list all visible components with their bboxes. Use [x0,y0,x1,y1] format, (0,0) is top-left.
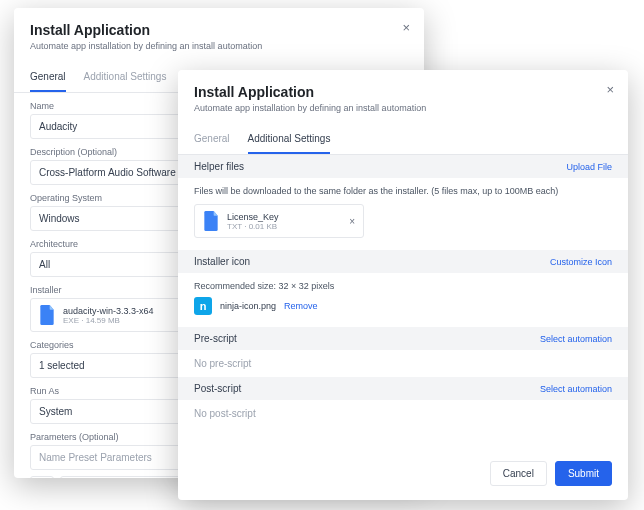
icon-row: n ninja-icon.png Remove [194,297,612,315]
select-automation-post[interactable]: Select automation [540,384,612,394]
cancel-button[interactable]: Cancel [490,461,547,486]
tab-additional-settings[interactable]: Additional Settings [248,125,331,154]
pre-script-empty: No pre-script [178,350,628,377]
helper-file-meta: TXT · 0.01 KB [227,222,279,231]
modal-header: Install Application Automate app install… [14,8,424,59]
remove-file-icon[interactable]: × [349,216,355,227]
modal-header: Install Application Automate app install… [178,70,628,121]
modal-title: Install Application [194,84,612,100]
icon-thumb: n [194,297,212,315]
modal-footer: Cancel Submit [178,450,628,500]
modal-title: Install Application [30,22,408,38]
section-installer-icon: Installer icon Customize Icon [178,250,628,273]
upload-file-link[interactable]: Upload File [566,162,612,172]
file-icon [203,211,219,231]
section-title: Helper files [194,161,244,172]
install-modal-additional: Install Application Automate app install… [178,70,628,500]
tabs: General Additional Settings [178,125,628,155]
param-prefix: = [30,476,54,478]
section-post-script: Post-script Select automation [178,377,628,400]
modal-subtitle: Automate app installation by defining an… [194,103,612,113]
select-automation-pre[interactable]: Select automation [540,334,612,344]
helper-note: Files will be downloaded to the same fol… [194,186,612,196]
section-helper-body: Files will be downloaded to the same fol… [178,178,628,250]
remove-icon-link[interactable]: Remove [284,301,318,311]
installer-file-meta: EXE · 14.59 MB [63,316,154,325]
tab-general[interactable]: General [194,125,230,154]
section-title: Installer icon [194,256,250,267]
tab-general[interactable]: General [30,63,66,92]
section-pre-script: Pre-script Select automation [178,327,628,350]
modal-subtitle: Automate app installation by defining an… [30,41,408,51]
close-icon[interactable]: × [402,20,410,35]
installer-file-chip: audacity-win-3.3.3-x64 EXE · 14.59 MB × [30,298,200,332]
section-title: Pre-script [194,333,237,344]
close-icon[interactable]: × [606,82,614,97]
submit-button[interactable]: Submit [555,461,612,486]
installer-file-name: audacity-win-3.3.3-x64 [63,306,154,316]
file-icon [39,305,55,325]
helper-file-name: License_Key [227,212,279,222]
helper-file-chip: License_Key TXT · 0.01 KB × [194,204,364,238]
section-icon-body: Recommended size: 32 × 32 pixels n ninja… [178,273,628,327]
post-script-empty: No post-script [178,400,628,427]
icon-rec-note: Recommended size: 32 × 32 pixels [194,281,612,291]
section-helper-files: Helper files Upload File [178,155,628,178]
tab-additional-settings[interactable]: Additional Settings [84,63,167,92]
customize-icon-link[interactable]: Customize Icon [550,257,612,267]
section-title: Post-script [194,383,241,394]
icon-filename: ninja-icon.png [220,301,276,311]
